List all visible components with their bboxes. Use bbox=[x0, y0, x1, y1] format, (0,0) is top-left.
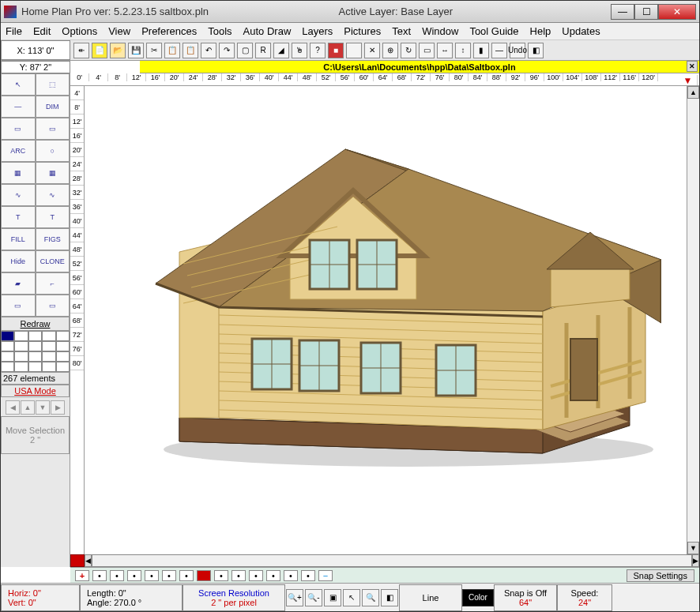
menu-layers[interactable]: Layers bbox=[302, 25, 333, 37]
figs-tool[interactable]: FIGS bbox=[36, 228, 70, 250]
menu-tools[interactable]: Tools bbox=[208, 25, 231, 37]
toolbar-button-13[interactable]: ? bbox=[310, 43, 326, 58]
grid2-tool[interactable]: ▦ bbox=[36, 162, 70, 184]
toolbar-button-9[interactable]: ▢ bbox=[237, 43, 253, 58]
hide-tool[interactable]: Hide bbox=[1, 250, 36, 272]
zoom-fit-icon[interactable]: ▣ bbox=[324, 589, 341, 606]
hscroll-track[interactable] bbox=[92, 554, 692, 567]
fast-curve-tool[interactable]: ∿ bbox=[36, 184, 70, 206]
snap-dot[interactable]: • bbox=[92, 570, 107, 581]
palette-cell[interactable] bbox=[1, 351, 14, 362]
select-icon[interactable]: ↖ bbox=[343, 589, 360, 606]
palette-cell[interactable] bbox=[1, 331, 14, 341]
move-right-icon[interactable]: ▶ bbox=[51, 400, 65, 415]
toolbar-button-1[interactable]: 📄 bbox=[92, 43, 107, 58]
menu-file[interactable]: File bbox=[6, 25, 22, 37]
toolbar-button-6[interactable]: 📋 bbox=[183, 43, 198, 58]
menu-options[interactable]: Options bbox=[62, 25, 97, 37]
menu-pictures[interactable]: Pictures bbox=[344, 25, 381, 37]
pan-icon[interactable]: ◧ bbox=[381, 589, 398, 606]
box2-tool[interactable]: ▭ bbox=[36, 295, 70, 317]
palette-cell[interactable] bbox=[14, 362, 28, 372]
palette-cell[interactable] bbox=[42, 331, 55, 341]
toolbar-button-22[interactable]: ▮ bbox=[473, 43, 489, 58]
menu-preferences[interactable]: Preferences bbox=[141, 25, 197, 37]
toolbar-button-25[interactable]: ◧ bbox=[528, 43, 544, 58]
minimize-button[interactable]: — bbox=[611, 4, 634, 20]
menu-autodraw[interactable]: Auto Draw bbox=[243, 25, 292, 37]
snap-dot[interactable]: • bbox=[231, 570, 246, 581]
snap-dot[interactable]: • bbox=[266, 570, 280, 581]
toolbar-button-15[interactable] bbox=[346, 43, 362, 58]
snap-dot[interactable]: • bbox=[162, 570, 176, 581]
palette-cell[interactable] bbox=[28, 351, 42, 362]
palette-cell[interactable] bbox=[56, 341, 70, 351]
palette-cell[interactable] bbox=[1, 362, 14, 372]
toolbar-button-23[interactable]: — bbox=[491, 43, 507, 58]
menu-view[interactable]: View bbox=[108, 25, 130, 37]
snap-dot[interactable]: • bbox=[301, 570, 315, 581]
toolbar-button-4[interactable]: ✂ bbox=[146, 43, 162, 58]
toolbar-button-16[interactable]: ✕ bbox=[364, 43, 380, 58]
grid1-tool[interactable]: ▦ bbox=[1, 162, 36, 184]
toolbar-button-7[interactable]: ↶ bbox=[201, 43, 216, 58]
scroll-right-icon[interactable]: ▶ bbox=[692, 554, 699, 567]
toolbar-button-18[interactable]: ↻ bbox=[401, 43, 416, 58]
toolbar-button-17[interactable]: ⊕ bbox=[382, 43, 398, 58]
scroll-track[interactable] bbox=[687, 99, 699, 542]
menu-toolguide[interactable]: Tool Guide bbox=[469, 25, 518, 37]
path-close-icon[interactable]: ✕ bbox=[687, 61, 698, 72]
palette-cell[interactable] bbox=[42, 362, 55, 372]
snap-plus-icon[interactable]: + bbox=[75, 570, 89, 581]
snap-dot[interactable]: • bbox=[127, 570, 141, 581]
drawing-canvas[interactable] bbox=[85, 86, 687, 554]
toolbar-button-5[interactable]: 📋 bbox=[164, 43, 180, 58]
color-button[interactable]: Color bbox=[462, 589, 494, 606]
menu-help[interactable]: Help bbox=[530, 25, 551, 37]
snap-dot-active[interactable] bbox=[197, 570, 211, 581]
toolbar-button-8[interactable]: ↷ bbox=[219, 43, 235, 58]
palette-cell[interactable] bbox=[56, 362, 70, 372]
toolbar-button-14[interactable]: ■ bbox=[328, 43, 344, 58]
palette-cell[interactable] bbox=[42, 341, 55, 351]
close-button[interactable]: ✕ bbox=[658, 4, 696, 20]
toolbar-button-20[interactable]: ↔ bbox=[437, 43, 453, 58]
snap-dot[interactable]: • bbox=[179, 570, 194, 581]
palette-cell[interactable] bbox=[1, 341, 14, 351]
zoom-out-icon[interactable]: 🔍- bbox=[305, 589, 322, 606]
clone-tool[interactable]: CLONE bbox=[36, 250, 70, 272]
toolbar-button-21[interactable]: ↕ bbox=[455, 43, 471, 58]
toolbar-button-19[interactable]: ▭ bbox=[419, 43, 435, 58]
dimension-tool[interactable]: DIM bbox=[36, 96, 70, 118]
redraw-button[interactable]: Redraw bbox=[1, 317, 70, 331]
marquee-tool[interactable]: ⬚ bbox=[36, 73, 70, 96]
palette-cell[interactable] bbox=[42, 351, 55, 362]
palette-cell[interactable] bbox=[14, 331, 28, 341]
zoom-region-icon[interactable]: 🔍 bbox=[362, 589, 379, 606]
snap-dot[interactable]: • bbox=[110, 570, 124, 581]
toolbar-button-11[interactable]: ◢ bbox=[273, 43, 289, 58]
palette-cell[interactable] bbox=[28, 331, 42, 341]
toolbar-button-24[interactable]: Undo bbox=[510, 43, 525, 58]
snap-dot[interactable]: • bbox=[214, 570, 228, 581]
shape2-tool[interactable]: ⌐ bbox=[36, 272, 70, 295]
scroll-up-icon[interactable]: ▲ bbox=[687, 86, 699, 99]
toolbar-button-12[interactable]: 🖱 bbox=[292, 43, 307, 58]
rect-tool[interactable]: ▭ bbox=[36, 118, 70, 140]
palette-cell[interactable] bbox=[28, 341, 42, 351]
snap-dot[interactable]: • bbox=[249, 570, 263, 581]
select-tool[interactable]: ↖ bbox=[1, 73, 36, 96]
toolbar-button-3[interactable]: 💾 bbox=[128, 43, 144, 58]
menu-window[interactable]: Window bbox=[422, 25, 458, 37]
palette-cell[interactable] bbox=[56, 331, 70, 341]
snap-settings-button[interactable]: Snap Settings bbox=[627, 569, 695, 582]
text-tool[interactable]: T bbox=[1, 206, 36, 228]
menu-updates[interactable]: Updates bbox=[562, 25, 600, 37]
arc-tool[interactable]: ARC bbox=[1, 140, 36, 162]
snap-dot[interactable]: • bbox=[145, 570, 159, 581]
color-palette[interactable] bbox=[1, 331, 70, 372]
curve-tool[interactable]: ∿ bbox=[1, 184, 36, 206]
palette-cell[interactable] bbox=[56, 351, 70, 362]
horizontal-scrollbar[interactable]: ◀ ▶ bbox=[70, 554, 699, 567]
toolbar-button-0[interactable]: ↞ bbox=[73, 43, 89, 58]
